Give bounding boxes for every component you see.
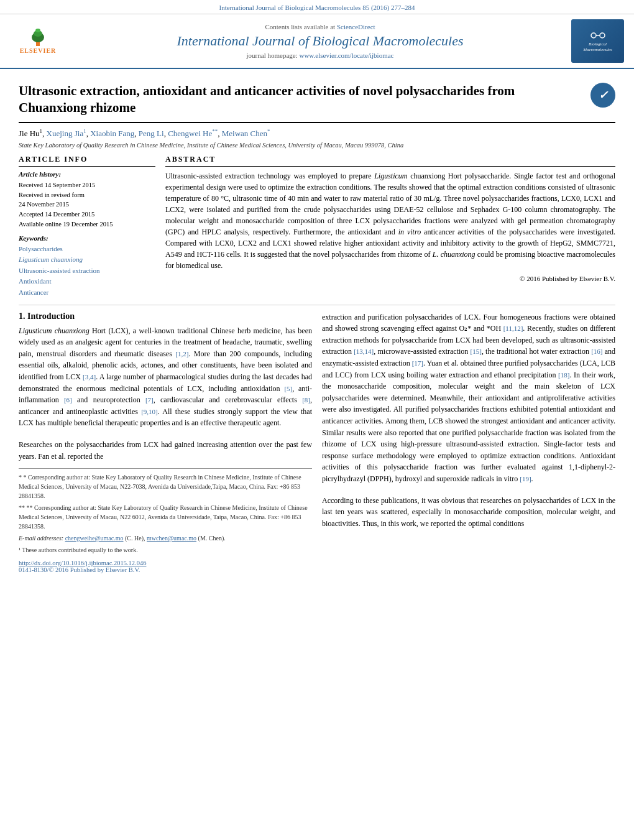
abstract-text: Ultrasonic-assisted extraction technolog… [165, 170, 615, 271]
ref-7[interactable]: [7] [145, 396, 154, 404]
abstract-header: ABSTRACT [165, 155, 615, 167]
footnote-1: * * Corresponding author at: State Key L… [19, 473, 312, 501]
journal-header: ELSEVIER Contents lists available at Sci… [0, 14, 634, 69]
ref-5[interactable]: [5] [284, 385, 292, 392]
right-paragraph-1: extraction and purification polysacchari… [322, 312, 615, 485]
crossmark-icon: ✓ [593, 85, 613, 105]
available-date: Available online 19 December 2015 [19, 219, 155, 229]
journal-title: International Journal of Biological Macr… [78, 33, 562, 49]
journal-logo-area: Biological Macromolecules [562, 19, 624, 63]
ref-16[interactable]: [16] [591, 348, 602, 355]
intro-right-col: extraction and purification polysacchari… [322, 312, 615, 574]
footnote-2: ** ** Corresponding author at: State Key… [19, 503, 312, 531]
email-mwchen[interactable]: mwchen@umac.mo [147, 535, 196, 542]
ref-11-12[interactable]: [11,12] [503, 325, 523, 332]
intro-section-title: 1. Introduction [19, 312, 312, 321]
ref-19[interactable]: [19] [520, 475, 531, 482]
elsevier-brand: ELSEVIER [20, 47, 57, 54]
accepted-date: Accepted 14 December 2015 [19, 210, 155, 219]
introduction-section: 1. Introduction Ligusticum chuanxiong Ho… [19, 312, 615, 574]
section-divider [19, 305, 615, 305]
intro-paragraph-2: Researches on the polysaccharides from L… [19, 439, 312, 462]
received-date: Received 14 September 2015 [19, 180, 155, 190]
article-title: Ultrasonic extraction, antioxidant and a… [19, 83, 584, 117]
abstract-col: ABSTRACT Ultrasonic-assisted extraction … [165, 155, 615, 298]
svg-text:✓: ✓ [599, 89, 609, 101]
footnotes: * * Corresponding author at: State Key L… [19, 468, 312, 555]
footnote-3: ¹ These authors contributed equally to t… [19, 545, 312, 555]
keyword-antioxidant: Antioxidant [19, 276, 155, 287]
keyword-anticancer: Anticancer [19, 287, 155, 298]
svg-point-3 [35, 29, 40, 32]
footnote-email: E-mail addresses: chengweihe@umac.mo (C.… [19, 533, 312, 543]
keyword-ligusticum: Ligusticum chuanxiong [19, 254, 155, 265]
article-info-abstract: ARTICLE INFO Article history: Received 1… [19, 155, 615, 298]
keyword-polysaccharides: Polysaccharides [19, 244, 155, 255]
main-content: Ultrasonic extraction, antioxidant and a… [0, 69, 634, 579]
doi-link[interactable]: http://dx.doi.org/10.1016/j.ijbiomac.201… [19, 560, 146, 566]
author-xiaobin-fang[interactable]: Xiaobin Fang [90, 129, 134, 138]
sciencedirect-link[interactable]: ScienceDirect [337, 23, 375, 30]
email-chengweihe[interactable]: chengweihe@umac.mo [65, 535, 124, 542]
author-chengwei-he[interactable]: Chengwei He** [168, 129, 218, 138]
ref-9-10[interactable]: [9,10] [141, 408, 158, 415]
ref-17[interactable]: [17] [412, 359, 423, 367]
article-info-header: ARTICLE INFO [19, 155, 155, 167]
journal-info: Contents lists available at ScienceDirec… [78, 23, 562, 59]
ref-13-14[interactable]: [13,14] [354, 348, 374, 355]
journal-logo-box: Biological Macromolecules [571, 19, 624, 63]
keywords-label: Keywords: [19, 234, 155, 242]
author-peng-li[interactable]: Peng Li [139, 129, 164, 138]
journal-logo-text: Biological Macromolecules [574, 42, 622, 53]
ref-8[interactable]: [8] [302, 396, 310, 404]
elsevier-tree-icon [22, 29, 53, 46]
ref-15[interactable]: [15] [471, 348, 482, 355]
svg-point-4 [591, 33, 596, 38]
section-title-text: Introduction [27, 312, 75, 321]
sciencedirect-line: Contents lists available at ScienceDirec… [78, 23, 562, 30]
author-meiwan-chen[interactable]: Meiwan Chen* [222, 129, 270, 138]
authors-line: Jie Hu1, Xuejing Jia1, Xiaobin Fang, Pen… [19, 128, 615, 139]
section-number: 1. [19, 312, 25, 321]
intro-paragraph-1: Ligusticum chuanxiong Hort (LCX), a well… [19, 325, 312, 429]
doi-section: http://dx.doi.org/10.1016/j.ijbiomac.201… [19, 560, 312, 573]
macromolecules-icon [589, 29, 607, 42]
homepage-url[interactable]: www.elsevier.com/locate/ijbiomac [299, 52, 393, 59]
history-label: Article history: [19, 170, 155, 178]
ref-1-2[interactable]: [1,2] [175, 350, 188, 358]
ref-18[interactable]: [18] [558, 371, 569, 379]
crossmark-logo[interactable]: ✓ [590, 83, 615, 108]
journal-citation: International Journal of Biological Macr… [0, 0, 634, 14]
issn-text: 0141-8130/© 2016 Published by Elsevier B… [19, 566, 140, 573]
elsevier-logo-area: ELSEVIER [10, 27, 78, 55]
keyword-ultrasonic: Ultrasonic-assisted extraction [19, 265, 155, 277]
author-xuejing-jia[interactable]: Xuejing Jia1 [47, 129, 86, 138]
revised-date: 24 November 2015 [19, 200, 155, 210]
svg-point-5 [600, 33, 605, 38]
article-info-col: ARTICLE INFO Article history: Received 1… [19, 155, 155, 298]
intro-left-col: 1. Introduction Ligusticum chuanxiong Ho… [19, 312, 312, 574]
ref-6[interactable]: [6] [64, 396, 72, 404]
right-paragraph-2: According to these publications, it was … [322, 495, 615, 530]
article-title-section: Ultrasonic extraction, antioxidant and a… [19, 83, 615, 123]
received-revised-label: Received in revised form [19, 190, 155, 200]
author-jie-hu: Jie Hu1 [19, 129, 42, 138]
affiliation: State Key Laboratory of Quality Research… [19, 142, 615, 149]
ref-3-4[interactable]: [3,4] [83, 373, 96, 381]
copyright-line: © 2016 Published by Elsevier B.V. [165, 275, 615, 282]
journal-homepage: journal homepage: www.elsevier.com/locat… [78, 52, 562, 59]
